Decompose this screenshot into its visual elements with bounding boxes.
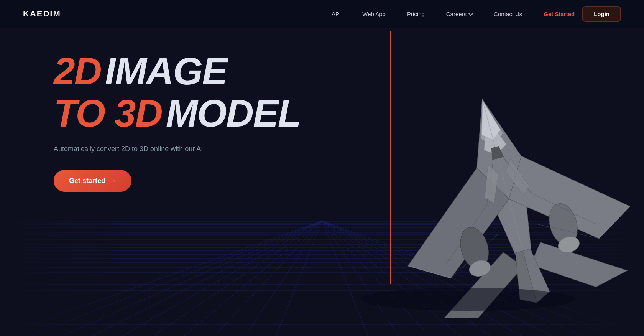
login-button[interactable]: Login — [582, 6, 621, 22]
nav-links: API Web App Pricing Careers Contact Us — [332, 11, 522, 17]
nav-link-careers[interactable]: Careers — [446, 11, 472, 17]
logo[interactable]: KAEDIM — [23, 9, 61, 19]
hero-cta-button[interactable]: Get started → — [54, 170, 131, 192]
nav-link-contact[interactable]: Contact Us — [494, 11, 522, 17]
headline-row-2: TO 3D MODEL — [54, 92, 301, 134]
ship-svg — [276, 19, 644, 318]
hero-content: 2D IMAGE TO 3D MODEL Automatically conve… — [54, 50, 301, 192]
chevron-down-icon — [468, 11, 473, 16]
nav-link-api[interactable]: API — [332, 11, 341, 17]
nav-link-webapp[interactable]: Web App — [362, 11, 386, 17]
headline-model: MODEL — [166, 92, 301, 134]
svg-point-77 — [360, 288, 575, 311]
orange-line — [390, 31, 391, 284]
hero-subtitle: Automatically convert 2D to 3D online wi… — [54, 145, 301, 153]
headline-to3d: TO 3D — [54, 92, 162, 134]
hero-headline: 2D IMAGE TO 3D MODEL — [54, 50, 301, 134]
headline-2d: 2D — [54, 50, 101, 92]
nav-link-pricing[interactable]: Pricing — [407, 11, 425, 17]
ship-container — [276, 19, 644, 318]
hero-cta-label: Get started — [69, 177, 105, 185]
nav-get-started-link[interactable]: Get Started — [544, 11, 575, 17]
arrow-right-icon: → — [109, 177, 116, 185]
navbar: KAEDIM API Web App Pricing Careers Conta… — [0, 0, 644, 28]
nav-cta: Get Started Login — [544, 6, 621, 22]
headline-row-1: 2D IMAGE — [54, 50, 301, 92]
headline-image: IMAGE — [105, 50, 227, 92]
hero-section: 2D IMAGE TO 3D MODEL Automatically conve… — [0, 0, 644, 336]
